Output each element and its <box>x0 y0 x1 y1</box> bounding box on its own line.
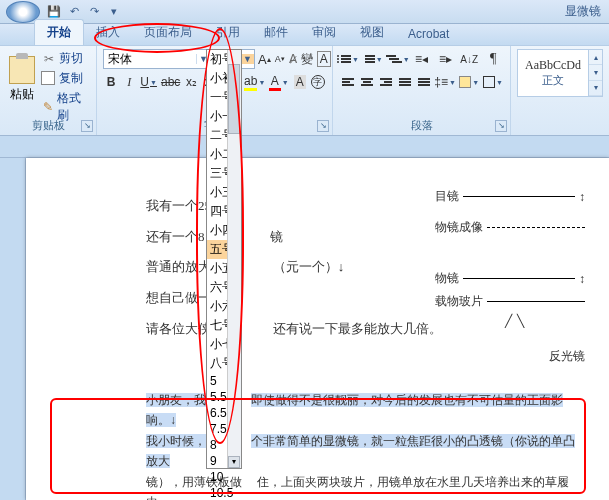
diagram-image: 物镜成像 <box>435 219 483 236</box>
style-name: 正文 <box>542 73 564 88</box>
subscript-button[interactable]: x₂ <box>183 72 199 92</box>
sort-button[interactable]: A↓Z <box>458 49 480 69</box>
diagram-mirror: 反光镜 <box>549 348 585 365</box>
tab-mailings[interactable]: 邮件 <box>252 20 300 45</box>
tab-review[interactable]: 审阅 <box>300 20 348 45</box>
font-color-button[interactable]: A▼ <box>268 72 290 92</box>
borders-button[interactable]: ▼ <box>482 72 504 92</box>
justify-icon <box>399 77 411 87</box>
group-paragraph: ▼ ▼ ▼ ≡◂ ≡▸ A↓Z ¶ ‡≡▼ ▼ ▼ 段落 ↘ <box>333 46 511 135</box>
phonetic-button[interactable]: 變 <box>300 49 314 69</box>
ruler <box>0 136 609 158</box>
scroll-down-button[interactable]: ▾ <box>228 456 240 468</box>
diagram-slide: 载物玻片 <box>435 293 483 310</box>
paste-button[interactable]: 粘贴 <box>6 49 38 109</box>
align-center-icon <box>361 77 373 87</box>
cut-button[interactable]: ✂剪切 <box>40 49 90 68</box>
style-sample: AaBbCcDd <box>525 58 581 73</box>
window-title: 显微镜 <box>565 3 601 20</box>
border-icon <box>483 76 495 88</box>
paragraph-launcher[interactable]: ↘ <box>495 120 507 132</box>
diagram-objective: 物镜 <box>435 270 459 287</box>
bold-button[interactable]: B <box>103 72 119 92</box>
highlight-button[interactable]: ab▼ <box>244 72 266 92</box>
font-family-combo[interactable]: ▼ <box>103 49 211 69</box>
brush-icon: ✎ <box>42 100 54 114</box>
quick-access-toolbar: 💾 ↶ ↷ ▾ <box>46 4 122 20</box>
font-size-dropdown[interactable]: ▴ ▾ 初号小初一号小一二号小二三号小三四号小四五号小五六号小六七号小七八号55… <box>206 49 242 469</box>
size-option[interactable]: 10 <box>207 469 241 485</box>
align-left-icon <box>342 77 354 87</box>
font-launcher[interactable]: ↘ <box>317 120 329 132</box>
show-marks-button[interactable]: ¶ <box>482 49 504 69</box>
justify-button[interactable] <box>396 72 413 92</box>
enclose-char-button[interactable]: 字 <box>310 72 326 92</box>
char-border-button[interactable]: A <box>316 49 332 69</box>
bullets-icon <box>341 55 351 63</box>
char-shading-button[interactable]: A <box>292 72 308 92</box>
tab-home[interactable]: 开始 <box>34 19 84 45</box>
distribute-icon <box>418 77 430 87</box>
tab-references[interactable]: 引用 <box>204 20 252 45</box>
decrease-indent-button[interactable]: ≡◂ <box>411 49 433 69</box>
increase-indent-button[interactable]: ≡▸ <box>434 49 456 69</box>
redo-icon[interactable]: ↷ <box>86 4 102 20</box>
shading-icon <box>459 76 471 88</box>
style-normal[interactable]: AaBbCcDd 正文 <box>517 49 589 97</box>
save-icon[interactable]: 💾 <box>46 4 62 20</box>
italic-button[interactable]: I <box>121 72 137 92</box>
qat-more-icon[interactable]: ▾ <box>106 4 122 20</box>
diagram-eyepiece: 目镜 <box>435 188 459 205</box>
tab-insert[interactable]: 插入 <box>84 20 132 45</box>
paste-icon <box>9 56 35 84</box>
group-styles: AaBbCcDd 正文 ▴▾▾ <box>511 46 609 135</box>
numbering-icon <box>365 55 375 63</box>
align-center-button[interactable] <box>358 72 375 92</box>
cut-label: 剪切 <box>59 50 83 67</box>
tab-view[interactable]: 视图 <box>348 20 396 45</box>
clear-format-button[interactable]: A̷ <box>288 49 298 69</box>
copy-button[interactable]: 复制 <box>40 69 90 88</box>
numbering-button[interactable]: ▼ <box>363 49 385 69</box>
scrollbar-thumb[interactable] <box>228 64 240 134</box>
strike-button[interactable]: abc <box>160 72 181 92</box>
chevron-down-icon[interactable]: ▼ <box>240 54 254 64</box>
page[interactable]: 我有一个25倍的 还有一个8 倍的 镜 普通的放大镜买 （元一个）↓ 想自己做一… <box>26 158 609 500</box>
ribbon-tabs: 开始 插入 页面布局 引用 邮件 审阅 视图 Acrobat <box>0 24 609 46</box>
multilevel-icon <box>386 55 402 63</box>
left-gutter <box>0 158 26 500</box>
align-left-button[interactable] <box>339 72 356 92</box>
underline-button[interactable]: U▼ <box>139 72 158 92</box>
size-option[interactable]: 10.5 <box>207 485 241 500</box>
clipboard-launcher[interactable]: ↘ <box>81 120 93 132</box>
copy-icon <box>43 73 55 85</box>
font-family-input[interactable] <box>104 52 196 66</box>
grow-font-button[interactable]: A▴ <box>257 49 272 69</box>
microscope-diagram: 目镜↕ 物镜成像 物镜↕ 载物玻片 ╱╲ 反光镜 <box>435 184 585 369</box>
scissors-icon: ✂ <box>42 52 56 66</box>
align-right-icon <box>380 77 392 87</box>
paragraph-group-title: 段落 <box>333 118 510 133</box>
distribute-button[interactable] <box>415 72 432 92</box>
undo-icon[interactable]: ↶ <box>66 4 82 20</box>
document-area: 我有一个25倍的 还有一个8 倍的 镜 普通的放大镜买 （元一个）↓ 想自己做一… <box>0 158 609 500</box>
copy-label: 复制 <box>59 70 83 87</box>
tab-layout[interactable]: 页面布局 <box>132 20 204 45</box>
align-right-button[interactable] <box>377 72 394 92</box>
paste-label: 粘贴 <box>10 86 34 103</box>
multilevel-button[interactable]: ▼ <box>387 49 409 69</box>
line-spacing-button[interactable]: ‡≡▼ <box>434 72 456 92</box>
tab-acrobat[interactable]: Acrobat <box>396 23 461 45</box>
group-clipboard: 粘贴 ✂剪切 复制 ✎格式刷 剪贴板 ↘ <box>0 46 97 135</box>
bullets-button[interactable]: ▼ <box>339 49 361 69</box>
ribbon: 粘贴 ✂剪切 复制 ✎格式刷 剪贴板 ↘ ▼ ▼ A▴ A▾ A̷ 變 <box>0 46 609 136</box>
style-gallery-scroll[interactable]: ▴▾▾ <box>589 49 603 97</box>
shading-button[interactable]: ▼ <box>458 72 480 92</box>
shrink-font-button[interactable]: A▾ <box>274 49 286 69</box>
